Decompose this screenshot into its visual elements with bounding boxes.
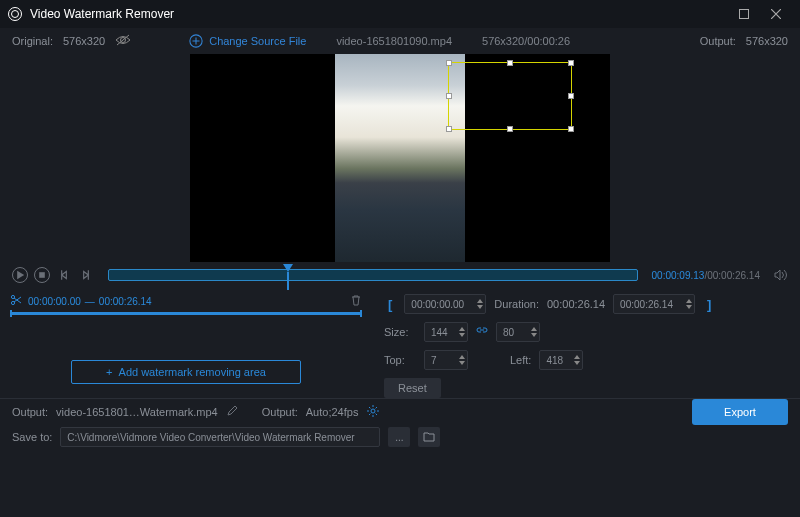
app-logo-icon [8,7,22,21]
output-bar: Output: video-1651801…Watermark.mp4 Outp… [0,398,800,424]
height-field[interactable]: 80 [496,322,540,342]
filename: video-1651801090.mp4 [336,35,452,47]
mark-out-button[interactable] [78,267,94,283]
preview-toggle-icon[interactable] [115,34,131,48]
resize-handle-w[interactable] [446,93,452,99]
save-bar: Save to: C:\Vidmore\Vidmore Video Conver… [0,424,800,450]
spin-down[interactable] [686,305,692,309]
top-label: Top: [384,354,416,366]
scissors-icon [10,294,22,308]
volume-button[interactable] [772,267,788,283]
rename-output-button[interactable] [226,405,238,419]
maximize-button[interactable] [728,0,760,28]
close-button[interactable] [760,0,792,28]
resize-handle-e[interactable] [568,93,574,99]
open-folder-button[interactable] [418,427,440,447]
play-button[interactable] [12,267,28,283]
start-time-field[interactable]: 00:00:00.00 [404,294,486,314]
gear-icon [366,404,380,418]
video-frame [335,54,465,262]
svg-rect-0 [740,10,749,19]
save-path-field[interactable]: C:\Vidmore\Vidmore Video Converter\Video… [60,427,380,447]
delete-clip-button[interactable] [350,294,362,308]
folder-icon [423,432,435,442]
app-title: Video Watermark Remover [30,7,728,21]
dots-icon: ... [395,432,403,443]
spin-down[interactable] [477,305,483,309]
spin-up[interactable] [574,355,580,359]
resize-handle-ne[interactable] [568,60,574,66]
spin-down[interactable] [459,333,465,337]
change-source-button[interactable]: Change Source File [189,34,306,48]
duration-label: Duration: [494,298,539,310]
close-icon [771,9,781,19]
spin-down[interactable] [574,361,580,365]
top-field[interactable]: 7 [424,350,468,370]
set-out-button[interactable]: ] [703,297,715,312]
clip-row[interactable]: 00:00:00.00 — 00:00:26.14 [10,294,362,308]
end-time-value: 00:00:26.14 [620,299,682,310]
duration-row: [ 00:00:00.00 Duration:00:00:26.14 00:00… [384,294,788,314]
top-value: 7 [431,355,455,366]
bracket-out-icon [79,268,93,282]
stop-icon [35,268,49,282]
clip-range-bar[interactable] [10,312,362,315]
resize-handle-nw[interactable] [446,60,452,66]
spin-up[interactable] [459,355,465,359]
plus-circle-icon [189,34,203,48]
video-canvas[interactable] [190,54,610,262]
spin-up[interactable] [531,327,537,331]
height-value: 80 [503,327,527,338]
output-settings-button[interactable] [366,404,380,420]
link-aspect-button[interactable] [476,325,488,339]
width-field[interactable]: 144 [424,322,468,342]
end-time-field[interactable]: 00:00:26.14 [613,294,695,314]
mark-in-button[interactable] [56,267,72,283]
original-label: Original: [12,35,53,47]
original-value: 576x320 [63,35,105,47]
timeline-scrubber[interactable] [108,269,638,281]
left-field[interactable]: 418 [539,350,583,370]
duration-value: 00:00:26.14 [547,298,605,310]
params-panel: [ 00:00:00.00 Duration:00:00:26.14 00:00… [372,288,800,398]
clip-handle-left[interactable] [10,310,12,317]
playhead[interactable] [283,264,293,272]
link-icon [476,325,488,337]
output-dims-label: Output: [700,35,736,47]
export-button[interactable]: Export [692,399,788,425]
resize-handle-se[interactable] [568,126,574,132]
output-dims-value: 576x320 [746,35,788,47]
resize-handle-n[interactable] [507,60,513,66]
clip-sep: — [85,296,95,307]
spin-up[interactable] [686,299,692,303]
output-format-value: Auto;24fps [306,406,359,418]
spin-down[interactable] [459,361,465,365]
watermark-selection-box[interactable] [448,62,572,130]
playback-bar: 00:00:09.13/00:00:26.14 [0,262,800,288]
spin-up[interactable] [459,327,465,331]
stop-button[interactable] [34,267,50,283]
reset-button[interactable]: Reset [384,378,441,398]
clips-panel: 00:00:00.00 — 00:00:26.14 + Add watermar… [0,288,372,398]
browse-button[interactable]: ... [388,427,410,447]
spin-up[interactable] [477,299,483,303]
save-to-label: Save to: [12,431,52,443]
size-row: Size: 144 80 [384,322,788,342]
title-bar: Video Watermark Remover [0,0,800,28]
timecode: 00:00:09.13/00:00:26.14 [652,270,760,281]
spin-down[interactable] [531,333,537,337]
set-in-button[interactable]: [ [384,297,396,312]
output-file-value: video-1651801…Watermark.mp4 [56,406,218,418]
time-total: /00:00:26.14 [704,270,760,281]
info-strip: Original: 576x320 Change Source File vid… [0,28,800,54]
resize-handle-sw[interactable] [446,126,452,132]
clip-handle-right[interactable] [360,310,362,317]
add-watermark-area-button[interactable]: + Add watermark removing area [71,360,301,384]
bracket-in-icon [57,268,71,282]
size-label: Size: [384,326,416,338]
fileinfo: 576x320/00:00:26 [482,35,570,47]
clip-end: 00:00:26.14 [99,296,152,307]
left-value: 418 [546,355,570,366]
add-button-label: Add watermark removing area [119,366,266,378]
resize-handle-s[interactable] [507,126,513,132]
